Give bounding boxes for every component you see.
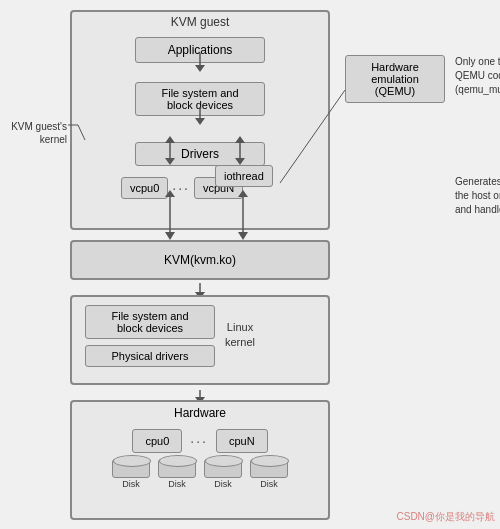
svg-marker-11: [165, 232, 175, 240]
kvm-ko-label: KVM(kvm.ko): [164, 253, 236, 267]
disk3: Disk: [204, 459, 242, 489]
kvm-guest-kernel-label: KVM guest's kernel: [2, 120, 67, 146]
watermark: CSDN@你是我的导航: [397, 510, 496, 524]
annotation-bottom: Generates I/O requests to the host on gu…: [455, 175, 500, 217]
disk1-label: Disk: [122, 479, 140, 489]
cpu0-box: cpu0: [132, 429, 182, 453]
kvm-guest-kernel-text: KVM guest's kernel: [11, 121, 67, 145]
linux-kernel-text: Linuxkernel: [225, 321, 255, 348]
disk4-label: Disk: [260, 479, 278, 489]
disk4: Disk: [250, 459, 288, 489]
annotation-bottom-text: Generates I/O requests to the host on gu…: [455, 176, 500, 215]
annotation-top: Only one thread can run QEMU code at any…: [455, 55, 500, 97]
disk2: Disk: [158, 459, 196, 489]
host-fs-label: File system andblock devices: [111, 310, 188, 334]
kvm-ko-box: KVM(kvm.ko): [70, 240, 330, 280]
vcpu0-box: vcpu0: [121, 177, 168, 199]
disk3-label: Disk: [214, 479, 232, 489]
hardware-title: Hardware: [72, 402, 328, 424]
disk2-label: Disk: [168, 479, 186, 489]
disk2-cylinder: [158, 459, 196, 478]
iothread-box: iothread: [215, 165, 273, 187]
diagram-container: KVM guest Applications File system andbl…: [0, 0, 500, 529]
cpuN-box: cpuN: [216, 429, 268, 453]
linux-kernel-label: Linuxkernel: [225, 320, 255, 351]
disk1: Disk: [112, 459, 150, 489]
drivers-box: Drivers: [135, 142, 265, 166]
annotation-top-text: Only one thread can run QEMU code at any…: [455, 56, 500, 95]
disk-row: Disk Disk Disk Disk: [72, 455, 328, 493]
hardware-box: Hardware cpu0 ··· cpuN Disk Disk Disk: [70, 400, 330, 520]
disk3-cylinder: [204, 459, 242, 478]
fs-block-guest-label: File system andblock devices: [161, 87, 238, 111]
disk4-cylinder: [250, 459, 288, 478]
hw-emulation-label: Hardwareemulation(QEMU): [371, 61, 419, 97]
disk1-cylinder: [112, 459, 150, 478]
kvm-guest-title: KVM guest: [72, 12, 328, 34]
hw-emulation-box: Hardwareemulation(QEMU): [345, 55, 445, 103]
vcpu-dots: ···: [172, 180, 190, 196]
svg-marker-14: [238, 232, 248, 240]
cpu-dots: ···: [190, 433, 208, 449]
phys-drivers-box: Physical drivers: [85, 345, 215, 367]
fs-block-guest-box: File system andblock devices: [135, 82, 265, 116]
cpu-row: cpu0 ··· cpuN: [72, 424, 328, 455]
applications-box: Applications: [135, 37, 265, 63]
kvm-guest-box: KVM guest Applications File system andbl…: [70, 10, 330, 230]
host-fs-box: File system andblock devices: [85, 305, 215, 339]
